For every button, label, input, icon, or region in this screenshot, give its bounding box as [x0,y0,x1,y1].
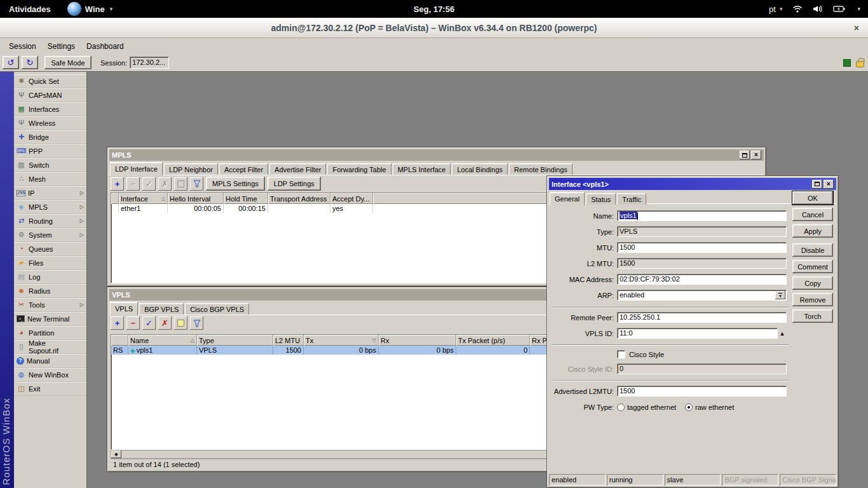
col-flags[interactable] [111,335,128,346]
sidebar-item[interactable]: ▤ Log [14,270,86,284]
ldp-settings-button[interactable]: LDP Settings [268,177,321,191]
sidebar-item[interactable]: ▰ Files [14,256,86,270]
dialog-button[interactable]: Comment [792,260,833,273]
session-field[interactable]: 172.30.2... [130,57,169,69]
col-blank[interactable] [111,193,119,204]
undo-button[interactable]: ↺ [3,56,19,69]
enable-icon[interactable]: ✓ [142,316,156,330]
dialog-button[interactable]: Disable [792,243,833,257]
menu-item[interactable]: Settings [43,41,80,52]
sidebar-item[interactable]: ◕ Partition [14,326,86,340]
tab[interactable]: Status [586,193,616,205]
combo-down-button[interactable]: ▼ [775,291,785,299]
add-icon[interactable]: + [111,316,124,330]
tab[interactable]: VPLS [110,302,138,315]
language-indicator[interactable]: pt ▾ [769,4,782,14]
sidebar-item[interactable]: ✚ Bridge [14,130,86,144]
sidebar-item[interactable]: Ψ CAPsMAN [14,88,86,102]
dialog-button[interactable]: Cancel [792,208,833,221]
sidebar-item[interactable]: ? Manual [14,354,86,368]
remote-peer-field[interactable]: 10.255.250.1 [617,312,787,323]
sidebar-item[interactable]: >_ New Terminal [14,312,86,326]
col-transport-address[interactable]: Transport Address [268,193,330,204]
col-tx-packet[interactable]: Tx Packet (p/s) [456,335,530,346]
expand-up-icon[interactable]: ▲ [778,330,787,337]
menu-item[interactable]: Session [4,41,41,52]
clock[interactable]: Seg, 17:56 [414,4,454,14]
sidebar-item[interactable]: ◈ MPLS [14,200,86,214]
mpls-settings-button[interactable]: MPLS Settings [206,177,265,191]
scroll-left-icon[interactable]: ◆ [111,451,121,458]
dialog-titlebar[interactable]: Interface <vpls1> × [549,178,836,190]
tab[interactable]: LDP Interface [110,162,163,175]
disable-icon[interactable]: ✗ [158,316,172,330]
sidebar-item[interactable]: ☻ Radius [14,284,86,298]
battery-icon[interactable] [833,5,846,13]
mpls-window-titlebar[interactable]: MPLS × [109,149,764,161]
volume-icon[interactable] [813,5,823,13]
sidebar-item[interactable]: ✱ Quick Set [14,74,86,88]
sidebar-item[interactable]: ✂ Tools [14,298,86,312]
filter-icon[interactable] [190,316,203,330]
winbox-titlebar[interactable]: admin@172.30.2.12 (PoP = BelaVista) – Wi… [0,18,868,38]
mtu-field[interactable]: 1500 [617,242,787,253]
tab[interactable]: Forwarding Table [327,163,391,175]
tagged-ethernet-radio[interactable] [617,403,625,411]
col-type[interactable]: Type [197,335,273,346]
tab[interactable]: Remote Bindings [509,163,573,175]
comment-icon[interactable] [174,316,187,330]
tab[interactable]: Traffic [617,193,646,205]
sidebar-item[interactable]: ▯ Make Supout.rif [14,340,86,354]
col-tx[interactable]: Tx ▽ [304,335,379,346]
vpls-id-field[interactable]: 11:0 [617,328,778,339]
raw-ethernet-radio[interactable] [685,403,693,411]
close-button[interactable]: × [824,180,834,189]
tab[interactable]: Advertise Filter [269,163,326,175]
system-menu-chevron-icon[interactable]: ▾ [857,6,860,12]
mac-address-field[interactable]: 02:D9:CF:79:3D:02 [617,274,787,285]
close-icon[interactable]: × [854,18,859,38]
arp-select[interactable]: enabled ▼ [617,290,787,301]
name-field[interactable]: vpls1 [617,210,787,221]
col-rx-packet[interactable]: Rx Pack... [530,335,547,346]
dialog-button[interactable]: Copy [792,276,833,290]
dialog-button[interactable]: Apply [792,224,833,238]
sidebar-item[interactable]: 255 IP [14,186,86,200]
col-hold-time[interactable]: Hold Time [224,193,268,204]
tab[interactable]: Local Bindings [452,163,508,175]
horizontal-scrollbar[interactable]: ◆ [111,450,548,459]
sidebar-item[interactable]: ∴ Mesh [14,172,86,186]
sidebar-item[interactable]: ▦ Interfaces [14,102,86,116]
sidebar-item[interactable]: ⚙ System [14,228,86,242]
tab[interactable]: LDP Neighbor [164,163,218,175]
tab[interactable]: Accept Filter [219,163,268,175]
menu-item[interactable]: Dashboard [81,41,129,52]
sidebar-item[interactable]: ◫ Exit [14,382,86,396]
wine-app-menu[interactable]: Wine ▾ [67,2,112,16]
table-row-selected[interactable]: RS ◈vpls1 VPLS 1500 0 bps 0 bps 0 [111,346,547,355]
col-l2mtu[interactable]: L2 MTU [273,335,304,346]
redo-button[interactable]: ↻ [22,56,38,69]
col-hello-interval[interactable]: Hello Interval [168,193,224,204]
col-name[interactable]: Name △ [128,335,197,346]
sidebar-item[interactable]: ⌨ PPP [14,144,86,158]
tab[interactable]: BGP VPLS [139,303,184,315]
sidebar-item[interactable]: ◍ New WinBox [14,368,86,382]
dialog-button[interactable]: Remove [792,293,833,306]
add-icon[interactable]: + [111,177,124,191]
col-interface[interactable]: Interface △ [119,193,168,204]
col-accept-dynamic[interactable]: Accept Dy... [330,193,373,204]
sidebar-item[interactable]: ◔ Queues [14,242,86,256]
sidebar-item[interactable]: Ψ Wireless [14,116,86,130]
filter-icon[interactable] [190,177,203,191]
safe-mode-button[interactable]: Safe Mode [44,56,92,69]
tab[interactable]: MPLS Interface [393,163,451,175]
vpls-window-titlebar[interactable]: VPLS [109,289,549,301]
maximize-button[interactable] [740,151,750,159]
tab[interactable]: General [550,192,585,205]
cisco-style-checkbox[interactable] [617,350,625,358]
sidebar-item[interactable]: ⇄ Routing [14,214,86,228]
sidebar-item[interactable]: ▥ Switch [14,158,86,172]
close-button[interactable]: × [751,151,761,159]
remove-icon[interactable]: − [126,316,140,330]
